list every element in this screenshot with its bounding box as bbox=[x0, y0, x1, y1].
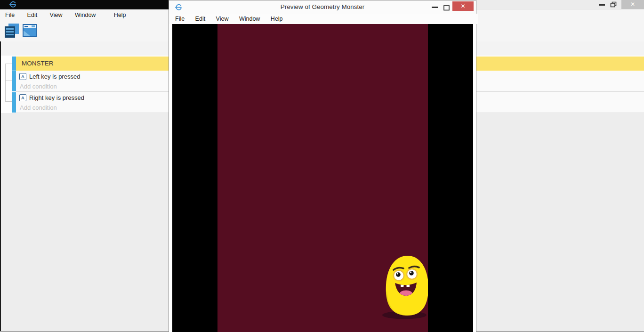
events-sheet-icon[interactable] bbox=[5, 24, 19, 40]
yellow-monster-character bbox=[381, 254, 428, 322]
preview-close-button[interactable]: ✕ bbox=[452, 1, 474, 11]
main-restore-button[interactable] bbox=[610, 1, 617, 10]
event-tree-line bbox=[5, 81, 12, 81]
main-close-button[interactable]: ✕ bbox=[621, 0, 644, 9]
events-panel-left-edge bbox=[0, 41, 1, 331]
preview-menubar: File Edit View Window Help bbox=[169, 14, 478, 24]
game-viewport[interactable] bbox=[172, 24, 473, 332]
preview-maximize-button[interactable] bbox=[443, 4, 450, 13]
preview-minimize-button[interactable] bbox=[432, 7, 438, 8]
app-logo-icon bbox=[9, 1, 16, 10]
gdevelop-app: ✕ File Edit View Window Help bbox=[0, 0, 644, 332]
event-bar[interactable] bbox=[12, 71, 16, 91]
preview-menu-help[interactable]: Help bbox=[266, 14, 287, 24]
menu-file[interactable]: File bbox=[0, 9, 20, 21]
event-tree-line bbox=[5, 101, 12, 102]
preview-window: Preview of Geometry Monster ✕ File Edit … bbox=[169, 0, 476, 332]
event-condition-text: Left key is pressed bbox=[29, 73, 80, 80]
event-tree-line bbox=[5, 64, 6, 102]
preview-menu-edit[interactable]: Edit bbox=[191, 14, 210, 24]
menu-window[interactable]: Window bbox=[70, 9, 101, 21]
preview-menu-view[interactable]: View bbox=[212, 14, 233, 24]
menu-edit[interactable]: Edit bbox=[22, 9, 43, 21]
preview-menu-window[interactable]: Window bbox=[235, 14, 264, 24]
event-tree-line bbox=[5, 64, 12, 64]
main-minimize-button[interactable] bbox=[599, 4, 605, 6]
preview-menu-file[interactable]: File bbox=[171, 14, 189, 24]
scene-editor-icon[interactable] bbox=[23, 24, 37, 40]
main-titlebar-left-dark bbox=[0, 0, 169, 9]
preview-window-title: Preview of Geometry Monster bbox=[169, 0, 476, 14]
menu-view[interactable]: View bbox=[45, 9, 68, 21]
menu-help[interactable]: Help bbox=[109, 9, 131, 21]
keyboard-key-icon: A bbox=[19, 73, 26, 80]
event-condition-text: Right key is pressed bbox=[29, 94, 84, 101]
event-group-label: MONSTER bbox=[22, 60, 54, 67]
keyboard-key-icon: A bbox=[19, 94, 26, 101]
game-stage bbox=[217, 24, 428, 332]
event-group-bar[interactable] bbox=[12, 57, 16, 71]
preview-titlebar[interactable]: Preview of Geometry Monster ✕ bbox=[169, 0, 476, 14]
event-bar[interactable] bbox=[12, 92, 16, 113]
